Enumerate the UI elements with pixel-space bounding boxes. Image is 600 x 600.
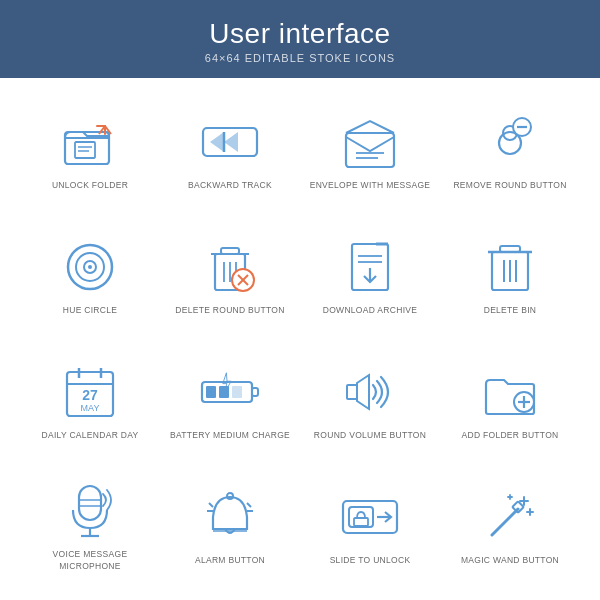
icon-cell-slide-unlock: SLIDE TO UNLOCK <box>300 463 440 588</box>
battery-icon <box>198 360 262 424</box>
remove-round-label: REMOVE ROUND BUTTON <box>453 180 566 191</box>
svg-marker-6 <box>224 132 238 152</box>
delete-bin-icon <box>478 235 542 299</box>
slide-unlock-label: SLIDE TO UNLOCK <box>330 555 411 566</box>
delete-round-icon <box>198 235 262 299</box>
icon-cell-alarm: ALARM BUTTON <box>160 463 300 588</box>
svg-rect-21 <box>221 248 239 254</box>
hue-circle-icon <box>58 235 122 299</box>
svg-text:27: 27 <box>82 387 98 403</box>
microphone-icon <box>58 479 122 543</box>
svg-rect-68 <box>354 518 368 526</box>
alarm-label: ALARM BUTTON <box>195 555 265 566</box>
download-archive-label: DOWNLOAD ARCHIVE <box>323 305 418 316</box>
svg-marker-51 <box>357 375 369 409</box>
icon-cell-backward-track: BACKWARD TRACK <box>160 88 300 213</box>
header: User interface 64×64 EDITABLE STOKE ICON… <box>0 0 600 78</box>
magic-wand-label: MAGIC WAND BUTTON <box>461 555 559 566</box>
icon-cell-download: DOWNLOAD ARCHIVE <box>300 213 440 338</box>
backward-track-icon <box>198 110 262 174</box>
svg-line-70 <box>492 509 518 535</box>
svg-line-62 <box>209 503 213 507</box>
volume-label: ROUND VOLUME BUTTON <box>314 430 426 441</box>
delete-bin-label: DELETE BIN <box>484 305 537 316</box>
envelope-icon <box>338 110 402 174</box>
icon-cell-remove-round: REMOVE ROUND BUTTON <box>440 88 580 213</box>
icon-cell-microphone: VOICE MESSAGE MICROPHONE <box>20 463 160 588</box>
icon-cell-delete-round: DELETE ROUND BUTTON <box>160 213 300 338</box>
icon-cell-unlock-folder: UNLOCK FOLDER <box>20 88 160 213</box>
svg-rect-35 <box>500 246 520 252</box>
hue-circle-label: HUE CIRCLE <box>63 305 117 316</box>
icon-cell-volume: ROUND VOLUME BUTTON <box>300 338 440 463</box>
add-folder-label: ADD FOLDER BUTTON <box>461 430 558 441</box>
icon-cell-magic-wand: MAGIC WAND BUTTON <box>440 463 580 588</box>
icon-cell-battery: BATTERY MEDIUM CHARGE <box>160 338 300 463</box>
add-folder-icon <box>478 360 542 424</box>
envelope-label: ENVELOPE WITH MESSAGE <box>310 180 431 191</box>
calendar-icon: 27 MAY <box>58 360 122 424</box>
icon-grid: UNLOCK FOLDER BACKWARD TRACK <box>0 78 600 598</box>
unlock-folder-icon <box>58 110 122 174</box>
svg-rect-1 <box>75 142 95 158</box>
icon-cell-delete-bin: DELETE BIN <box>440 213 580 338</box>
svg-marker-7 <box>210 132 224 152</box>
subtitle: 64×64 EDITABLE STOKE ICONS <box>10 52 590 64</box>
svg-line-63 <box>247 503 251 507</box>
icon-cell-envelope: ENVELOPE WITH MESSAGE <box>300 88 440 213</box>
alarm-icon <box>198 485 262 549</box>
svg-rect-67 <box>349 507 373 527</box>
calendar-label: DAILY CALENDAR DAY <box>41 430 138 441</box>
backward-track-label: BACKWARD TRACK <box>188 180 272 191</box>
microphone-label: VOICE MESSAGE MICROPHONE <box>24 549 156 571</box>
unlock-folder-label: UNLOCK FOLDER <box>52 180 128 191</box>
download-archive-icon <box>338 235 402 299</box>
battery-label: BATTERY MEDIUM CHARGE <box>170 430 290 441</box>
svg-text:MAY: MAY <box>81 403 100 413</box>
svg-rect-49 <box>232 386 242 398</box>
svg-point-18 <box>88 265 92 269</box>
icon-cell-add-folder: ADD FOLDER BUTTON <box>440 338 580 463</box>
svg-rect-47 <box>206 386 216 398</box>
magic-wand-icon <box>478 485 542 549</box>
icon-cell-hue: HUE CIRCLE <box>20 213 160 338</box>
svg-rect-50 <box>347 385 357 399</box>
slide-unlock-icon <box>338 485 402 549</box>
page-title: User interface <box>10 18 590 50</box>
delete-round-label: DELETE ROUND BUTTON <box>175 305 284 316</box>
svg-rect-55 <box>79 486 101 520</box>
svg-rect-46 <box>252 388 258 396</box>
icon-cell-calendar: 27 MAY DAILY CALENDAR DAY <box>20 338 160 463</box>
volume-icon <box>338 360 402 424</box>
remove-round-icon <box>478 110 542 174</box>
